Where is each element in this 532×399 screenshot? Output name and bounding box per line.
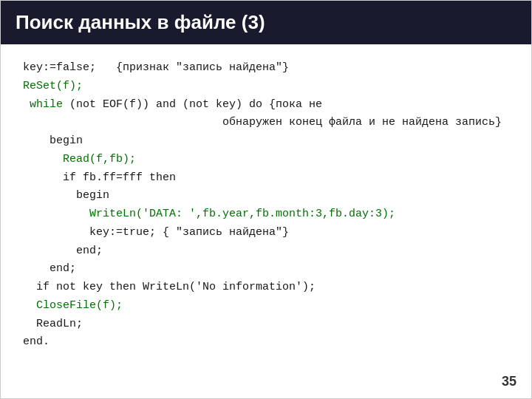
code-line: end; [23,242,509,261]
code-line: end; [23,260,509,279]
slide: Поиск данных в файле (3) key:=false; {пр… [0,0,532,399]
title-bar: Поиск данных в файле (3) [1,1,531,44]
code-content: key:=false; {признак "запись найдена"}Re… [1,44,531,359]
code-line: key:=true; { "запись найдена"} [23,224,509,242]
code-line: if fb.ff=fff then [23,169,509,188]
slide-number: 35 [502,374,516,389]
code-line: begin [23,132,509,151]
code-line: while (not EOF(f)) and (not key) do {пок… [23,96,509,115]
code-line: end. [23,333,509,352]
code-line: ReSet(f); [23,78,509,96]
code-line: key:=false; {признак "запись найдена"} [23,59,509,78]
code-line: обнаружен конец файла и не найдена запис… [23,114,509,132]
code-line: begin [23,187,509,205]
code-line: WriteLn('DATA: ',fb.year,fb.month:3,fb.d… [23,205,509,224]
code-line: if not key then WriteLn('No information'… [23,279,509,297]
code-line: Read(f,fb); [23,151,509,169]
slide-title: Поиск данных в файле (3) [16,11,265,34]
code-line: CloseFile(f); [23,297,509,316]
code-line: ReadLn; [23,316,509,334]
